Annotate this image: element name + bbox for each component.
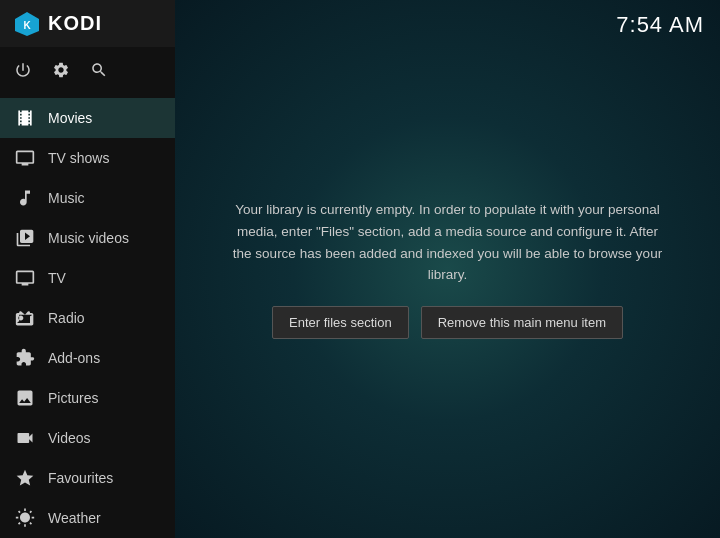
sidebar-controls — [0, 47, 175, 98]
action-buttons: Enter files section Remove this main men… — [228, 306, 668, 339]
library-empty-message: Your library is currently empty. In orde… — [208, 179, 688, 358]
sidebar-item-favourites-label: Favourites — [48, 470, 113, 486]
videos-icon — [14, 427, 36, 449]
favourites-icon — [14, 467, 36, 489]
sidebar-item-music-label: Music — [48, 190, 85, 206]
sidebar-item-weather[interactable]: Weather — [0, 498, 175, 538]
sidebar: K KODI — [0, 0, 175, 538]
sidebar-item-videos[interactable]: Videos — [0, 418, 175, 458]
weather-icon — [14, 507, 36, 529]
sidebar-item-tv-shows[interactable]: TV shows — [0, 138, 175, 178]
sidebar-item-music-videos-label: Music videos — [48, 230, 129, 246]
sidebar-item-addons-label: Add-ons — [48, 350, 100, 366]
clock-display: 7:54 AM — [616, 12, 704, 38]
svg-text:K: K — [23, 20, 31, 31]
sidebar-item-radio[interactable]: Radio — [0, 298, 175, 338]
sidebar-item-pictures-label: Pictures — [48, 390, 99, 406]
music-videos-icon — [14, 227, 36, 249]
sidebar-item-music[interactable]: Music — [0, 178, 175, 218]
sidebar-item-tv-label: TV — [48, 270, 66, 286]
sidebar-item-weather-label: Weather — [48, 510, 101, 526]
kodi-logo-icon: K — [14, 11, 40, 37]
remove-menu-item-button[interactable]: Remove this main menu item — [421, 306, 623, 339]
sidebar-item-movies[interactable]: Movies — [0, 98, 175, 138]
enter-files-button[interactable]: Enter files section — [272, 306, 409, 339]
sidebar-item-tv[interactable]: TV — [0, 258, 175, 298]
main-content: 7:54 AM Your library is currently empty.… — [175, 0, 720, 538]
sidebar-item-movies-label: Movies — [48, 110, 92, 126]
sidebar-header: K KODI — [0, 0, 175, 47]
tv-shows-icon — [14, 147, 36, 169]
addons-icon — [14, 347, 36, 369]
message-body: Your library is currently empty. In orde… — [228, 199, 668, 285]
sidebar-item-radio-label: Radio — [48, 310, 85, 326]
sidebar-item-pictures[interactable]: Pictures — [0, 378, 175, 418]
tv-icon — [14, 267, 36, 289]
sidebar-nav: Movies TV shows Music — [0, 98, 175, 538]
search-icon[interactable] — [90, 61, 108, 84]
music-icon — [14, 187, 36, 209]
power-icon[interactable] — [14, 61, 32, 84]
radio-icon — [14, 307, 36, 329]
sidebar-item-favourites[interactable]: Favourites — [0, 458, 175, 498]
movies-icon — [14, 107, 36, 129]
sidebar-item-add-ons[interactable]: Add-ons — [0, 338, 175, 378]
sidebar-item-videos-label: Videos — [48, 430, 91, 446]
sidebar-item-tv-shows-label: TV shows — [48, 150, 109, 166]
settings-icon[interactable] — [52, 61, 70, 84]
sidebar-item-music-videos[interactable]: Music videos — [0, 218, 175, 258]
app-title: KODI — [48, 12, 102, 35]
pictures-icon — [14, 387, 36, 409]
